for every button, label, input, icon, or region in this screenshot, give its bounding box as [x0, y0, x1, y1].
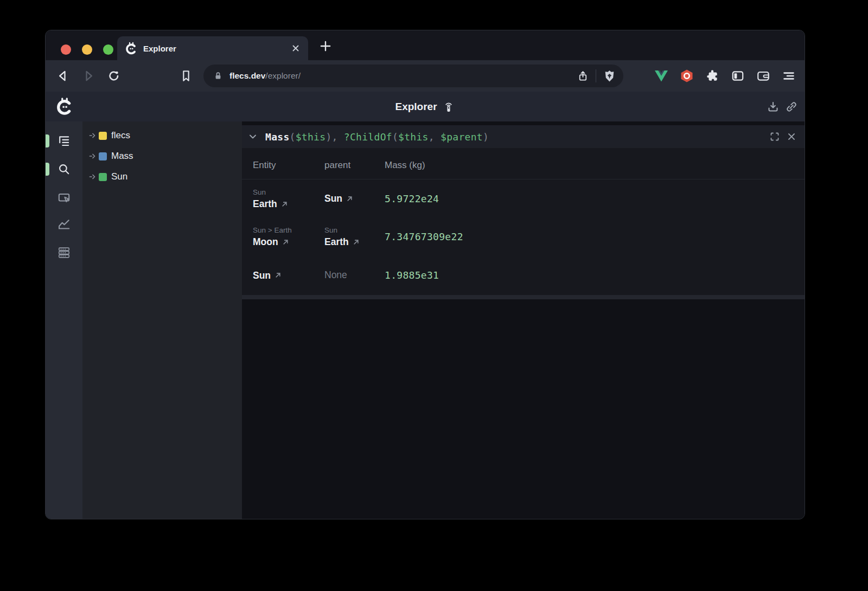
new-tab-button[interactable]: [318, 39, 333, 53]
query-token: (: [290, 131, 296, 143]
entity-path: Sun: [253, 188, 324, 197]
query-token: ?ChildOf: [344, 131, 392, 143]
results-table: Entity parent Mass (kg) Sun Earth: [242, 148, 805, 295]
mass-cell: 5.9722e24: [385, 179, 805, 217]
browser-window: Explorer: [45, 30, 805, 519]
entity-color-swatch: [99, 152, 107, 160]
hexagon-extension-icon[interactable]: [680, 69, 694, 83]
screen: Explorer: [0, 0, 868, 591]
sidebar-toggle-icon[interactable]: [731, 69, 745, 83]
query-token: ): [483, 131, 489, 143]
query-expression[interactable]: Mass($this), ?ChildOf($this, $parent): [265, 131, 489, 143]
address-bar[interactable]: flecs.dev/explorer/: [203, 65, 623, 87]
tab-strip: Explorer: [46, 30, 805, 60]
goto-entity-icon: [275, 272, 282, 279]
url-domain: flecs.dev: [229, 71, 265, 80]
entity-link[interactable]: Moon: [253, 236, 324, 247]
header-actions: [767, 92, 798, 121]
reload-button[interactable]: [106, 68, 122, 83]
entity-name: Earth: [324, 236, 349, 247]
entity-path: Sun: [324, 226, 385, 235]
query-token: ,: [429, 131, 441, 143]
maximize-window-button[interactable]: [103, 44, 113, 55]
bookmark-icon[interactable]: [178, 68, 194, 83]
entity-name: Earth: [253, 198, 277, 209]
page-title: Explorer: [46, 92, 805, 121]
back-button[interactable]: [55, 68, 71, 83]
entity-tree-icon[interactable]: [57, 134, 71, 148]
entity-tree-panel: flecs Mass Sun: [82, 121, 242, 519]
entity-link[interactable]: Earth: [324, 236, 385, 247]
extension-icons: [654, 60, 796, 92]
chevron-down-icon[interactable]: [247, 131, 258, 142]
minimize-window-button[interactable]: [82, 44, 92, 55]
mass-cell: 1.9885e31: [385, 255, 805, 295]
tab-title: Explorer: [143, 44, 291, 53]
column-entity: Entity: [253, 157, 324, 171]
close-window-button[interactable]: [61, 44, 71, 55]
copy-link-icon[interactable]: [785, 100, 798, 113]
entity-name: Moon: [253, 236, 278, 247]
panel-resize-handle[interactable]: [242, 295, 805, 299]
search-icon[interactable]: [57, 162, 71, 176]
tree-item-mass[interactable]: Mass: [82, 146, 242, 166]
stats-chart-icon[interactable]: [57, 217, 71, 231]
goto-entity-icon: [346, 195, 353, 202]
goto-entity-icon: [353, 239, 360, 246]
table-row: Sun None 1.9885e31: [242, 255, 805, 295]
entity-link[interactable]: Earth: [253, 198, 324, 209]
entity-link[interactable]: Sun: [253, 270, 324, 281]
vue-devtools-icon[interactable]: [654, 69, 668, 83]
fullscreen-icon[interactable]: [769, 131, 780, 142]
active-indicator-search: [46, 163, 49, 176]
tree-item-label: Mass: [111, 151, 133, 162]
remote-connection-icon[interactable]: [442, 100, 455, 113]
entity-color-swatch: [99, 173, 107, 181]
lock-icon: [212, 70, 224, 82]
parent-cell: Sun Earth: [324, 217, 385, 255]
content-area: flecs Mass Sun: [46, 121, 805, 519]
menu-icon[interactable]: [782, 69, 796, 83]
table-header: Entity parent Mass (kg): [242, 148, 805, 179]
mass-value: 7.34767309e22: [385, 231, 805, 242]
performance-icon[interactable]: [57, 246, 71, 260]
inspector-icon[interactable]: [57, 191, 71, 205]
table-row: Sun > Earth Moon Sun Earth: [242, 217, 805, 255]
tree-item-flecs[interactable]: flecs: [82, 125, 242, 146]
goto-entity-icon: [281, 201, 288, 208]
tree-item-label: Sun: [111, 171, 127, 182]
share-icon[interactable]: [577, 70, 589, 82]
app-header: Explorer: [46, 92, 805, 121]
active-indicator-tree: [46, 134, 49, 147]
expand-arrow-icon[interactable]: [88, 152, 97, 160]
wallet-icon[interactable]: [756, 69, 770, 83]
expand-arrow-icon[interactable]: [88, 172, 97, 181]
column-parent: parent: [324, 157, 385, 171]
tree-item-label: flecs: [111, 130, 130, 141]
entity-cell: Sun: [253, 255, 324, 295]
query-token: $this: [296, 131, 326, 143]
main-panel: Mass($this), ?ChildOf($this, $parent) En…: [242, 121, 805, 519]
download-icon[interactable]: [767, 100, 780, 113]
tree-item-sun[interactable]: Sun: [82, 166, 242, 187]
query-token: Mass: [265, 131, 290, 143]
mass-value: 5.9722e24: [385, 193, 805, 204]
column-mass: Mass (kg): [385, 157, 805, 171]
page-title-text: Explorer: [395, 101, 437, 113]
query-token: $parent: [441, 131, 483, 143]
close-query-icon[interactable]: [786, 131, 797, 142]
parent-cell: Sun: [324, 179, 385, 217]
url-path: /explorer/: [265, 71, 301, 80]
goto-entity-icon: [282, 239, 289, 246]
tab-close-icon[interactable]: [291, 43, 301, 53]
forward-button[interactable]: [81, 68, 96, 83]
browser-tab[interactable]: Explorer: [117, 36, 308, 60]
entity-cell: Sun > Earth Moon: [253, 217, 324, 255]
expand-arrow-icon[interactable]: [88, 131, 97, 140]
extensions-puzzle-icon[interactable]: [705, 69, 719, 83]
query-token: (: [392, 131, 398, 143]
query-bar: Mass($this), ?ChildOf($this, $parent): [242, 125, 805, 148]
divider: [596, 69, 596, 82]
entity-link[interactable]: Sun: [324, 193, 385, 204]
brave-shield-icon[interactable]: [603, 69, 616, 83]
